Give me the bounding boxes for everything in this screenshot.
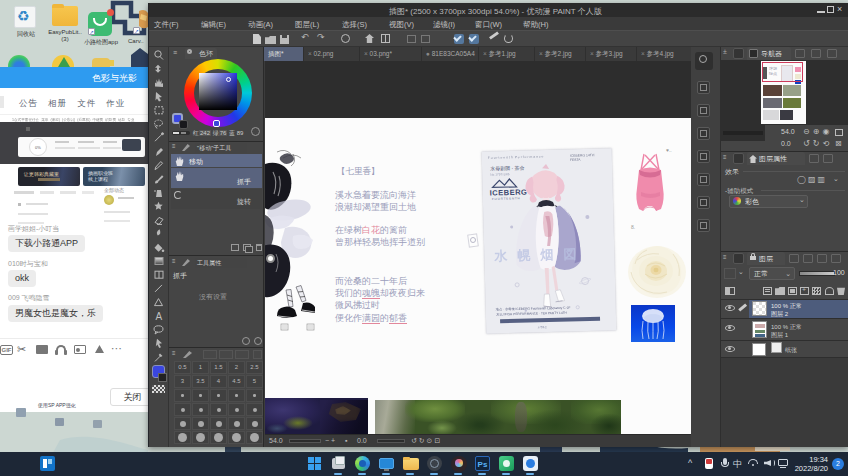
svg-text:A: A <box>156 311 163 322</box>
